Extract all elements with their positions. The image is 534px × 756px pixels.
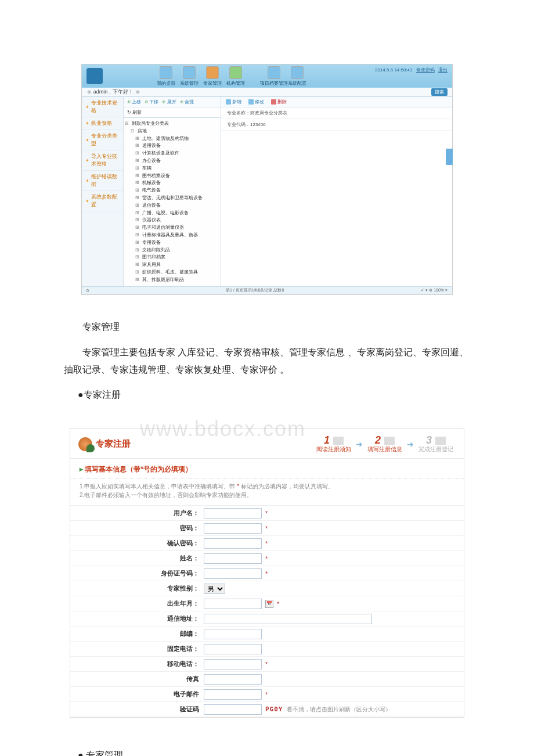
toolbar-button[interactable]: 系统配置 <box>286 65 308 88</box>
arrow-icon: ➜ <box>407 440 414 449</box>
tree-tool-button[interactable]: 合拢 <box>180 99 194 105</box>
form-row: 固定电话： <box>70 642 464 657</box>
nav-item[interactable]: 专业技术资格 <box>82 97 123 117</box>
detail-panel: 新增修改删除 专业名称：财政局专业分类表专业代码：123456 <box>221 97 452 286</box>
field-label: 用户名： <box>70 509 204 517</box>
field-value <box>204 627 464 641</box>
tree-tool-button[interactable]: 下移 <box>145 99 158 105</box>
tree-node[interactable]: 图书档案设备 <box>135 172 219 180</box>
form-row: 移动电话：* <box>70 657 464 672</box>
bullet-register: ●专家注册 <box>64 386 470 404</box>
toolbar-button[interactable]: 机构管理 <box>225 65 247 88</box>
field-label: 出生年月： <box>70 599 204 608</box>
toolbar-button[interactable]: 我的桌面 <box>155 65 177 88</box>
main-body: 专业技术资格执业资格专业分类类型导入专业技术资格维护错误数据系统参数配置 上移下… <box>82 97 452 286</box>
tree-node[interactable]: 广播、电视、电影设备 <box>135 210 219 217</box>
step-number: 1 <box>324 434 330 447</box>
user-name: admin，下午好！ <box>93 89 134 95</box>
text-input[interactable] <box>204 629 262 639</box>
toolbar-icon <box>229 66 242 79</box>
field-value: * <box>204 552 464 566</box>
change-password-link[interactable]: 修改密码 <box>416 67 435 73</box>
detail-toolbar: 新增修改删除 <box>221 97 452 107</box>
toolbar-button[interactable]: 系统管理 <box>178 65 200 88</box>
text-input[interactable] <box>204 568 262 579</box>
field-value <box>204 642 464 656</box>
text-input[interactable] <box>204 538 262 549</box>
main-header: 我的桌面系统管理专家管理机构管理 项目档案管理系统配置 2014.5.6 14:… <box>82 64 452 88</box>
nav-item[interactable]: 系统参数配置 <box>82 191 123 211</box>
document-body-2: ● 专家管理 <box>0 735 534 756</box>
tree-node[interactable]: 办公设备 <box>135 157 219 165</box>
gender-select[interactable]: 男 <box>204 584 225 594</box>
text-input[interactable] <box>204 508 262 519</box>
tree-node[interactable]: 其、排版最后印刷品 <box>135 276 219 284</box>
tree-node[interactable]: 电气设备 <box>135 187 219 195</box>
tree-node[interactable]: 计算机设备及软件 <box>135 150 219 157</box>
tree-node[interactable]: 电子和通信测量仪器 <box>135 224 219 232</box>
field-label: 身份证号码： <box>70 569 204 578</box>
form-title: 专家注册 <box>96 438 131 449</box>
toolbar-label: 系统配置 <box>288 80 306 87</box>
tree-node[interactable]: 专用设备 <box>135 239 219 247</box>
detail-tool-button[interactable]: 修改 <box>248 99 264 105</box>
tree-branch[interactable]: 房地 <box>131 128 219 135</box>
calendar-icon[interactable]: 📅 <box>265 600 273 608</box>
field-label: 通信地址： <box>70 614 204 623</box>
field-label: 固定电话： <box>70 645 204 653</box>
required-star: * <box>265 691 268 698</box>
tree-root[interactable]: 财政局专业分类表 <box>125 120 219 128</box>
search-button[interactable]: 搜索 <box>431 88 448 96</box>
section-heading: 专家管理 <box>64 318 470 336</box>
step-label: 阅读注册须知 <box>316 445 351 453</box>
form-row: 用户名：* <box>70 506 464 521</box>
timestamp-text: 2014.5.6 14:58:43 <box>375 67 413 73</box>
detail-tool-button[interactable]: 新增 <box>226 99 241 105</box>
bullet-manage: ● 专家管理 <box>64 747 470 756</box>
nav-item[interactable]: 维护错误数据 <box>82 171 123 191</box>
text-input[interactable] <box>204 523 262 534</box>
text-input[interactable] <box>204 674 262 685</box>
nav-item[interactable]: 执业资格 <box>82 117 123 130</box>
step-indicator: 1阅读注册须知➜2填写注册信息➜3完成注册登记 <box>314 434 456 453</box>
text-input[interactable] <box>204 659 262 669</box>
tree-node[interactable]: 土地、建筑物及构筑物 <box>135 135 219 143</box>
nav-item[interactable]: 专业分类类型 <box>82 130 123 150</box>
tree-node[interactable]: 图书和档案 <box>135 254 219 261</box>
required-star: * <box>265 555 268 562</box>
tree-tool-button[interactable]: 展开 <box>162 99 176 105</box>
field-value: * <box>204 521 464 535</box>
field-value: * <box>204 687 464 701</box>
step-icon <box>384 437 395 445</box>
toolbar-button[interactable]: 专家管理 <box>201 65 223 88</box>
detail-tool-button[interactable]: 删除 <box>271 99 287 105</box>
tree-node[interactable]: 车辆 <box>135 165 219 172</box>
toolbar-label: 我的桌面 <box>157 80 175 87</box>
captcha-input[interactable] <box>204 704 262 715</box>
refresh-button[interactable]: 刷新 <box>124 107 221 118</box>
tree-node[interactable]: 仪器仪表 <box>135 217 219 224</box>
date-input[interactable] <box>204 599 262 609</box>
text-input-long[interactable] <box>204 614 372 624</box>
app-logo <box>86 68 103 84</box>
form-row: 通信地址： <box>70 611 464 627</box>
nav-item[interactable]: 导入专业技术资格 <box>82 150 123 171</box>
tree-node[interactable]: 家具用具 <box>135 261 219 269</box>
tree-node[interactable]: 纺织原料、毛皮、被服装具 <box>135 269 219 276</box>
tree-tool-button[interactable]: 上移 <box>127 99 141 105</box>
tree-node[interactable]: 计量标准器具及量具、衡器 <box>135 232 219 239</box>
text-input[interactable] <box>204 553 262 564</box>
text-input[interactable] <box>204 644 262 654</box>
tree-node[interactable]: 雷达、无线电和卫星导航设备 <box>135 195 219 202</box>
side-tab-handle[interactable] <box>446 149 453 165</box>
logout-link[interactable]: 退出 <box>438 67 448 73</box>
tree-node[interactable]: 通用设备 <box>135 142 219 150</box>
tree-node[interactable]: 通信设备 <box>135 202 219 210</box>
category-tree[interactable]: 财政局专业分类表 房地 土地、建筑物及构筑物 通用设备 计算机设备及软件 办公设… <box>124 118 221 286</box>
field-label: 密码： <box>70 524 204 532</box>
text-input[interactable] <box>204 689 262 700</box>
toolbar-button[interactable]: 项目档案管理 <box>263 65 285 88</box>
tree-node[interactable]: 文物和陈列品 <box>135 247 219 254</box>
tree-node[interactable]: 机械设备 <box>135 179 219 187</box>
captcha-image[interactable]: PG0Y <box>265 705 283 713</box>
